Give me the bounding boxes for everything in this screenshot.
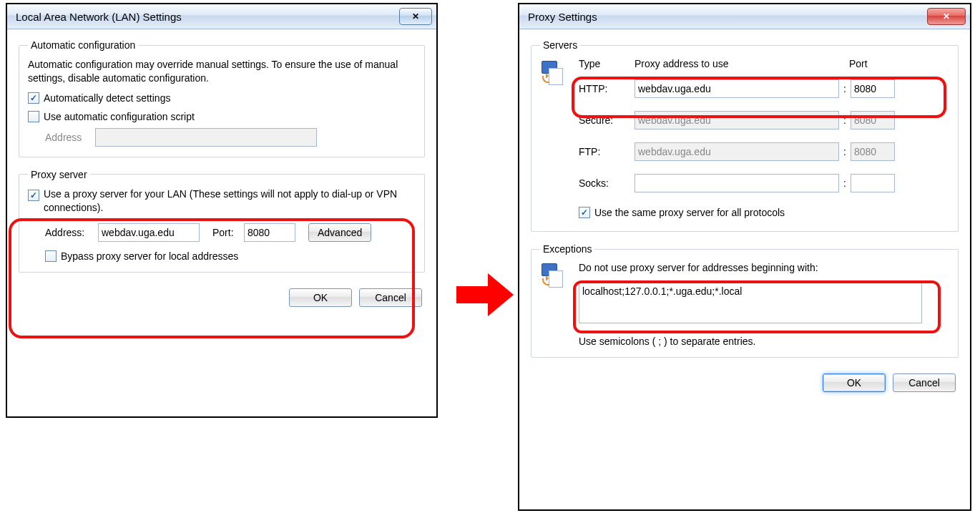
exceptions-section: Exceptions Do not use proxy server for a… xyxy=(531,243,959,358)
exceptions-icon xyxy=(540,263,564,289)
socks-row: Socks: : xyxy=(579,174,949,192)
lan-title: Local Area Network (LAN) Settings xyxy=(16,11,396,23)
use-script-row[interactable]: Use automatic configuration script xyxy=(28,111,416,122)
use-proxy-label: Use a proxy server for your LAN (These s… xyxy=(44,187,416,215)
proxy-settings-window: Proxy Settings ✕ Servers Type Proxy addr… xyxy=(518,3,971,511)
auto-config-section: Automatic configuration Automatic config… xyxy=(19,39,425,157)
use-script-label: Use automatic configuration script xyxy=(44,111,195,122)
secure-address-input xyxy=(634,111,839,130)
exceptions-input[interactable] xyxy=(579,282,922,323)
ok-button[interactable]: OK xyxy=(289,288,352,307)
secure-port-input xyxy=(851,111,895,130)
proxy-section: Proxy server Use a proxy server for your… xyxy=(19,169,425,273)
port-header: Port xyxy=(849,58,892,69)
adv-title: Proxy Settings xyxy=(528,11,924,23)
proxy-address-label: Address: xyxy=(45,227,98,238)
auto-config-desc: Automatic configuration may override man… xyxy=(28,58,416,85)
servers-legend: Servers xyxy=(540,39,580,51)
proxy-port-input[interactable] xyxy=(244,223,295,242)
use-proxy-checkbox[interactable] xyxy=(28,190,39,201)
socks-label: Socks: xyxy=(579,177,634,189)
bypass-label: Bypass proxy server for local addresses xyxy=(61,250,238,262)
proxy-legend: Proxy server xyxy=(28,169,90,180)
cancel-button[interactable]: Cancel xyxy=(359,288,422,307)
servers-section: Servers Type Proxy address to use Port H… xyxy=(531,39,959,232)
adv-titlebar[interactable]: Proxy Settings ✕ xyxy=(519,4,970,29)
servers-icon xyxy=(540,61,564,87)
arrow-icon xyxy=(456,273,514,316)
colon: : xyxy=(839,114,851,126)
auto-detect-label: Automatically detect settings xyxy=(44,92,170,104)
lan-settings-window: Local Area Network (LAN) Settings ✕ Auto… xyxy=(6,3,438,418)
close-button[interactable]: ✕ xyxy=(927,8,966,25)
same-proxy-row[interactable]: Use the same proxy server for all protoc… xyxy=(579,207,949,218)
lan-titlebar[interactable]: Local Area Network (LAN) Settings ✕ xyxy=(7,4,436,29)
proxy-port-label: Port: xyxy=(212,227,244,238)
auto-detect-row[interactable]: Automatically detect settings xyxy=(28,92,416,104)
close-button[interactable]: ✕ xyxy=(399,8,432,25)
advanced-button[interactable]: Advanced xyxy=(308,223,371,242)
exceptions-legend: Exceptions xyxy=(540,243,594,255)
exceptions-hint: Use semicolons ( ; ) to separate entries… xyxy=(579,336,949,347)
ok-button[interactable]: OK xyxy=(823,373,886,392)
auto-address-label: Address xyxy=(45,132,95,143)
colon: : xyxy=(839,83,851,94)
use-script-checkbox[interactable] xyxy=(28,111,39,122)
secure-label: Secure: xyxy=(579,114,634,126)
auto-config-legend: Automatic configuration xyxy=(28,39,138,51)
http-row: HTTP: : xyxy=(579,79,949,98)
ftp-row: FTP: : xyxy=(579,142,949,161)
addr-header: Proxy address to use xyxy=(634,58,849,69)
http-label: HTTP: xyxy=(579,83,634,94)
adv-body: Servers Type Proxy address to use Port H… xyxy=(519,29,970,402)
colon: : xyxy=(839,177,851,189)
same-proxy-checkbox[interactable] xyxy=(579,207,590,218)
use-proxy-row[interactable]: Use a proxy server for your LAN (These s… xyxy=(28,187,416,215)
cancel-button[interactable]: Cancel xyxy=(893,373,956,392)
auto-address-input xyxy=(95,128,317,147)
secure-row: Secure: : xyxy=(579,111,949,130)
bypass-row[interactable]: Bypass proxy server for local addresses xyxy=(45,250,416,262)
http-port-input[interactable] xyxy=(851,79,895,98)
proxy-address-input[interactable] xyxy=(98,223,200,242)
type-header: Type xyxy=(579,58,634,69)
auto-detect-checkbox[interactable] xyxy=(28,92,39,104)
lan-body: Automatic configuration Automatic config… xyxy=(7,29,436,317)
ftp-port-input xyxy=(851,142,895,161)
exceptions-desc: Do not use proxy server for addresses be… xyxy=(579,262,949,273)
ftp-address-input xyxy=(634,142,839,161)
socks-address-input[interactable] xyxy=(634,174,839,192)
bypass-checkbox[interactable] xyxy=(45,250,57,262)
socks-port-input[interactable] xyxy=(851,174,895,192)
colon: : xyxy=(839,146,851,157)
ftp-label: FTP: xyxy=(579,146,634,157)
http-address-input[interactable] xyxy=(634,79,839,98)
same-proxy-label: Use the same proxy server for all protoc… xyxy=(594,207,785,218)
